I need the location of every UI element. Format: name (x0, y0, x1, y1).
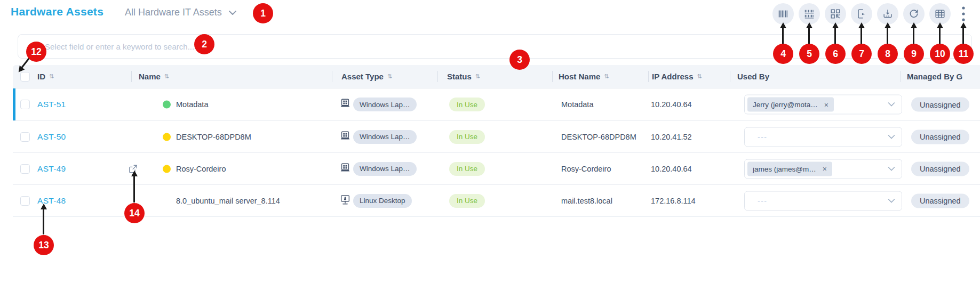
column-header-used-by[interactable]: Used By (737, 65, 769, 88)
host-name: mail.test8.local (561, 197, 612, 205)
page-title: Hardware Assets (11, 5, 103, 18)
callout-arrow (939, 28, 941, 44)
status-badge: In Use (449, 130, 485, 144)
print-barcode-button[interactable] (772, 3, 794, 25)
managed-by-badge: Unassigned (911, 193, 969, 208)
print-qr-code-button[interactable] (825, 3, 846, 25)
used-by-placeholder: --- (758, 133, 768, 141)
callout-12: 12 (26, 42, 46, 62)
callout-13: 13 (34, 235, 54, 255)
column-selector-button[interactable] (929, 3, 951, 25)
linux-desktop-icon (339, 194, 351, 208)
table-row[interactable]: AST-50 DESKTOP-68DPD8M Windows Lap… In U… (13, 121, 980, 153)
multiple-barcodes-icon (803, 8, 815, 20)
column-header-status[interactable]: Status ⇅ (447, 65, 480, 88)
chevron-down-icon (888, 102, 895, 107)
callout-arrow (962, 28, 964, 44)
callout-7: 7 (851, 44, 872, 64)
hardware-assets-page: Hardware Assets All Hardware IT Assets (0, 0, 980, 308)
status-dot (163, 165, 171, 173)
table-row[interactable]: AST-48 8.0_ubuntu_mail server_8.114 Linu… (13, 185, 980, 217)
used-by-chip-label: Jerry (jerry@mota… (753, 101, 818, 109)
callout-arrow (861, 28, 862, 44)
column-divider (648, 71, 649, 82)
chevron-down-icon (888, 198, 895, 203)
callout-3: 3 (509, 50, 530, 70)
chip-remove-icon[interactable]: × (823, 165, 827, 173)
asset-id-link[interactable]: AST-51 (37, 100, 66, 109)
view-selector-dropdown[interactable]: All Hardware IT Assets (125, 7, 237, 18)
callout-arrow (834, 28, 836, 44)
column-header-id[interactable]: ID ⇅ (37, 65, 54, 88)
print-multiple-barcodes-button[interactable] (799, 3, 820, 25)
table-row[interactable]: AST-49 Rosy-Cordeiro Windows Lap… In Use (13, 153, 980, 185)
qr-code-icon (830, 8, 841, 20)
callout-5: 5 (799, 44, 819, 64)
asset-name: DESKTOP-68DPD8M (176, 133, 251, 141)
ip-address: 10.20.40.64 (651, 100, 692, 109)
asset-type-badge: Windows Lap… (353, 130, 417, 144)
refresh-icon (908, 8, 920, 20)
column-header-name[interactable]: Name ⇅ (139, 65, 169, 88)
callout-arrow (808, 28, 810, 44)
callout-4: 4 (773, 44, 793, 64)
used-by-select[interactable]: --- (744, 127, 902, 147)
asset-name: 8.0_ubuntu_mail server_8.114 (176, 197, 280, 205)
column-selector-icon (934, 8, 946, 20)
used-by-select[interactable]: james (james@m… × (744, 159, 902, 179)
status-dot (163, 101, 171, 109)
used-by-select[interactable]: --- (744, 191, 902, 210)
callout-arrow (133, 176, 135, 202)
ip-address: 172.16.8.114 (651, 197, 696, 205)
sort-icon: ⇅ (475, 73, 480, 80)
callout-arrow (913, 28, 914, 44)
asset-name: Motadata (176, 100, 208, 109)
callout-1: 1 (253, 3, 273, 23)
kebab-menu-icon (961, 5, 966, 22)
row-checkbox[interactable] (20, 164, 30, 174)
row-checkbox[interactable] (20, 132, 30, 142)
callout-arrow (43, 209, 44, 234)
view-selector-label: All Hardware IT Assets (125, 7, 222, 18)
import-button[interactable] (877, 3, 898, 25)
column-header-host-name[interactable]: Host Name ⇅ (559, 65, 609, 88)
chip-remove-icon[interactable]: × (824, 100, 828, 109)
more-options-button[interactable] (955, 4, 971, 23)
used-by-placeholder: --- (758, 197, 768, 205)
chevron-down-icon (888, 134, 895, 139)
row-checkbox[interactable] (20, 100, 30, 109)
column-divider (730, 71, 730, 82)
host-name: Rosy-Cordeiro (561, 165, 611, 173)
callout-6: 6 (825, 44, 846, 64)
export-icon (856, 8, 867, 20)
table-row[interactable]: AST-51 Motadata Windows Lap… In Use Mota… (13, 88, 980, 121)
column-divider (901, 71, 901, 82)
column-divider (332, 71, 332, 82)
select-all-checkbox[interactable] (20, 72, 30, 82)
column-header-asset-type[interactable]: Asset Type ⇅ (341, 65, 392, 88)
barcode-icon (777, 8, 789, 20)
asset-id-link[interactable]: AST-50 (37, 132, 66, 142)
asset-id-link[interactable]: AST-49 (37, 164, 66, 174)
chevron-down-icon (888, 166, 895, 171)
export-button[interactable] (851, 3, 872, 25)
asset-type-badge: Windows Lap… (353, 98, 417, 111)
assets-table: ID ⇅ Name ⇅ Asset Type ⇅ Status ⇅ Host N… (13, 65, 980, 217)
column-header-managed-by[interactable]: Managed By G (907, 65, 962, 88)
column-divider (552, 71, 553, 82)
callout-9: 9 (904, 44, 924, 64)
managed-by-badge: Unassigned (911, 129, 969, 144)
ip-address: 10.20.40.64 (651, 165, 692, 173)
callout-arrow (782, 28, 784, 44)
managed-by-badge: Unassigned (911, 161, 969, 176)
windows-laptop-icon (339, 162, 351, 176)
windows-laptop-icon (339, 98, 351, 111)
used-by-chip: james (james@m… × (747, 161, 832, 176)
row-checkbox[interactable] (20, 196, 30, 206)
selected-row-indicator (13, 88, 15, 120)
import-icon (882, 8, 894, 20)
refresh-button[interactable] (903, 3, 925, 25)
sort-icon: ⇅ (697, 73, 702, 80)
used-by-select[interactable]: Jerry (jerry@mota… × (744, 95, 902, 115)
column-header-ip-address[interactable]: IP Address ⇅ (652, 65, 702, 88)
